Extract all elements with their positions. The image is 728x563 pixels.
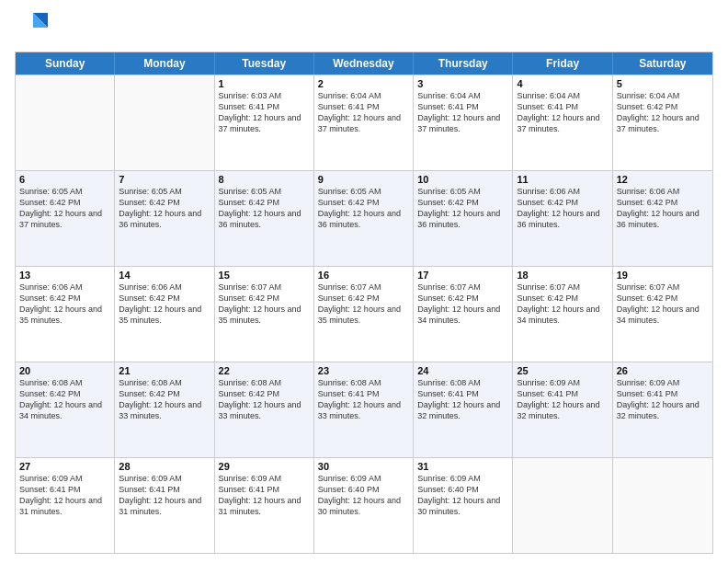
day-cell-1: 1Sunrise: 6:03 AMSunset: 6:41 PMDaylight…	[215, 75, 314, 170]
cell-detail: Sunrise: 6:05 AMSunset: 6:42 PMDaylight:…	[219, 186, 310, 231]
day-number: 20	[19, 365, 110, 376]
day-cell-7: 7Sunrise: 6:05 AMSunset: 6:42 PMDaylight…	[115, 171, 214, 266]
day-number: 22	[219, 365, 310, 376]
weekday-header-monday: Monday	[115, 52, 214, 75]
cell-detail: Sunrise: 6:04 AMSunset: 6:42 PMDaylight:…	[617, 90, 709, 135]
day-number: 16	[318, 270, 409, 281]
weekday-header-sunday: Sunday	[16, 52, 115, 75]
day-number: 5	[617, 78, 709, 89]
cell-detail: Sunrise: 6:06 AMSunset: 6:42 PMDaylight:…	[517, 186, 608, 231]
day-number: 28	[119, 461, 210, 472]
empty-cell	[513, 458, 612, 553]
day-number: 1	[219, 78, 310, 89]
weekday-header-saturday: Saturday	[613, 52, 712, 75]
day-cell-29: 29Sunrise: 6:09 AMSunset: 6:41 PMDayligh…	[215, 458, 314, 553]
day-number: 2	[318, 78, 409, 89]
cell-detail: Sunrise: 6:09 AMSunset: 6:41 PMDaylight:…	[19, 473, 110, 518]
empty-cell	[613, 458, 712, 553]
calendar-body: 1Sunrise: 6:03 AMSunset: 6:41 PMDaylight…	[16, 75, 712, 553]
cell-detail: Sunrise: 6:06 AMSunset: 6:42 PMDaylight:…	[19, 282, 110, 327]
day-number: 23	[318, 365, 409, 376]
day-number: 3	[417, 78, 508, 89]
cell-detail: Sunrise: 6:08 AMSunset: 6:42 PMDaylight:…	[19, 377, 110, 422]
day-cell-13: 13Sunrise: 6:06 AMSunset: 6:42 PMDayligh…	[16, 267, 115, 362]
cell-detail: Sunrise: 6:09 AMSunset: 6:41 PMDaylight:…	[517, 377, 608, 422]
week-row-4: 20Sunrise: 6:08 AMSunset: 6:42 PMDayligh…	[16, 362, 712, 457]
day-number: 14	[119, 270, 210, 281]
day-cell-22: 22Sunrise: 6:08 AMSunset: 6:42 PMDayligh…	[215, 362, 314, 457]
day-cell-25: 25Sunrise: 6:09 AMSunset: 6:41 PMDayligh…	[513, 362, 612, 457]
header	[15, 9, 713, 46]
day-number: 31	[417, 461, 508, 472]
day-number: 4	[517, 78, 608, 89]
day-cell-4: 4Sunrise: 6:04 AMSunset: 6:41 PMDaylight…	[513, 75, 612, 170]
day-cell-26: 26Sunrise: 6:09 AMSunset: 6:41 PMDayligh…	[613, 362, 712, 457]
week-row-5: 27Sunrise: 6:09 AMSunset: 6:41 PMDayligh…	[16, 457, 712, 553]
day-number: 9	[318, 174, 409, 185]
day-cell-19: 19Sunrise: 6:07 AMSunset: 6:42 PMDayligh…	[613, 267, 712, 362]
calendar: SundayMondayTuesdayWednesdayThursdayFrid…	[15, 52, 713, 554]
cell-detail: Sunrise: 6:07 AMSunset: 6:42 PMDaylight:…	[318, 282, 409, 327]
day-number: 27	[19, 461, 110, 472]
day-number: 17	[417, 270, 508, 281]
day-cell-18: 18Sunrise: 6:07 AMSunset: 6:42 PMDayligh…	[513, 267, 612, 362]
day-cell-2: 2Sunrise: 6:04 AMSunset: 6:41 PMDaylight…	[314, 75, 414, 170]
day-number: 10	[417, 174, 508, 185]
cell-detail: Sunrise: 6:07 AMSunset: 6:42 PMDaylight:…	[517, 282, 608, 327]
day-number: 19	[617, 270, 709, 281]
cell-detail: Sunrise: 6:08 AMSunset: 6:42 PMDaylight:…	[119, 377, 210, 422]
day-cell-27: 27Sunrise: 6:09 AMSunset: 6:41 PMDayligh…	[16, 458, 115, 553]
weekday-header-wednesday: Wednesday	[314, 52, 414, 75]
day-cell-3: 3Sunrise: 6:04 AMSunset: 6:41 PMDaylight…	[414, 75, 513, 170]
day-number: 21	[119, 365, 210, 376]
weekday-header-thursday: Thursday	[414, 52, 513, 75]
day-cell-14: 14Sunrise: 6:06 AMSunset: 6:42 PMDayligh…	[115, 267, 214, 362]
day-number: 12	[617, 174, 709, 185]
day-cell-24: 24Sunrise: 6:08 AMSunset: 6:41 PMDayligh…	[414, 362, 513, 457]
day-cell-15: 15Sunrise: 6:07 AMSunset: 6:42 PMDayligh…	[215, 267, 314, 362]
day-cell-5: 5Sunrise: 6:04 AMSunset: 6:42 PMDaylight…	[613, 75, 712, 170]
day-cell-12: 12Sunrise: 6:06 AMSunset: 6:42 PMDayligh…	[613, 171, 712, 266]
day-number: 13	[19, 270, 110, 281]
day-number: 24	[417, 365, 508, 376]
cell-detail: Sunrise: 6:05 AMSunset: 6:42 PMDaylight:…	[119, 186, 210, 231]
day-cell-23: 23Sunrise: 6:08 AMSunset: 6:41 PMDayligh…	[314, 362, 414, 457]
cell-detail: Sunrise: 6:07 AMSunset: 6:42 PMDaylight:…	[219, 282, 310, 327]
cell-detail: Sunrise: 6:09 AMSunset: 6:41 PMDaylight:…	[119, 473, 210, 518]
cell-detail: Sunrise: 6:09 AMSunset: 6:40 PMDaylight:…	[318, 473, 409, 518]
cell-detail: Sunrise: 6:08 AMSunset: 6:41 PMDaylight:…	[318, 377, 409, 422]
day-number: 25	[517, 365, 608, 376]
cell-detail: Sunrise: 6:07 AMSunset: 6:42 PMDaylight:…	[417, 282, 508, 327]
day-cell-17: 17Sunrise: 6:07 AMSunset: 6:42 PMDayligh…	[414, 267, 513, 362]
week-row-2: 6Sunrise: 6:05 AMSunset: 6:42 PMDaylight…	[16, 170, 712, 266]
cell-detail: Sunrise: 6:05 AMSunset: 6:42 PMDaylight:…	[417, 186, 508, 231]
cell-detail: Sunrise: 6:07 AMSunset: 6:42 PMDaylight:…	[617, 282, 709, 327]
day-cell-20: 20Sunrise: 6:08 AMSunset: 6:42 PMDayligh…	[16, 362, 115, 457]
week-row-1: 1Sunrise: 6:03 AMSunset: 6:41 PMDaylight…	[16, 75, 712, 170]
day-number: 11	[517, 174, 608, 185]
day-cell-28: 28Sunrise: 6:09 AMSunset: 6:41 PMDayligh…	[115, 458, 214, 553]
day-number: 8	[219, 174, 310, 185]
cell-detail: Sunrise: 6:06 AMSunset: 6:42 PMDaylight:…	[119, 282, 210, 327]
cell-detail: Sunrise: 6:09 AMSunset: 6:41 PMDaylight:…	[617, 377, 709, 422]
week-row-3: 13Sunrise: 6:06 AMSunset: 6:42 PMDayligh…	[16, 266, 712, 362]
cell-detail: Sunrise: 6:05 AMSunset: 6:42 PMDaylight:…	[318, 186, 409, 231]
empty-cell	[115, 75, 214, 170]
day-number: 29	[219, 461, 310, 472]
cell-detail: Sunrise: 6:04 AMSunset: 6:41 PMDaylight:…	[417, 90, 508, 135]
day-cell-10: 10Sunrise: 6:05 AMSunset: 6:42 PMDayligh…	[414, 171, 513, 266]
day-cell-16: 16Sunrise: 6:07 AMSunset: 6:42 PMDayligh…	[314, 267, 414, 362]
logo-icon	[15, 9, 48, 42]
day-cell-21: 21Sunrise: 6:08 AMSunset: 6:42 PMDayligh…	[115, 362, 214, 457]
cell-detail: Sunrise: 6:09 AMSunset: 6:41 PMDaylight:…	[219, 473, 310, 518]
day-number: 26	[617, 365, 709, 376]
cell-detail: Sunrise: 6:05 AMSunset: 6:42 PMDaylight:…	[19, 186, 110, 231]
cell-detail: Sunrise: 6:04 AMSunset: 6:41 PMDaylight:…	[517, 90, 608, 135]
day-cell-9: 9Sunrise: 6:05 AMSunset: 6:42 PMDaylight…	[314, 171, 414, 266]
day-number: 6	[19, 174, 110, 185]
day-cell-8: 8Sunrise: 6:05 AMSunset: 6:42 PMDaylight…	[215, 171, 314, 266]
day-number: 18	[517, 270, 608, 281]
cell-detail: Sunrise: 6:03 AMSunset: 6:41 PMDaylight:…	[219, 90, 310, 135]
day-cell-30: 30Sunrise: 6:09 AMSunset: 6:40 PMDayligh…	[314, 458, 414, 553]
day-cell-6: 6Sunrise: 6:05 AMSunset: 6:42 PMDaylight…	[16, 171, 115, 266]
